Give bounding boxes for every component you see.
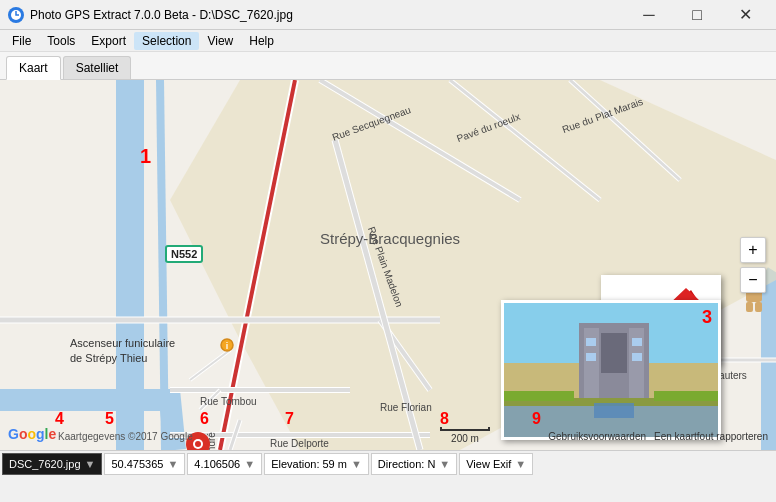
- map-label-1: 1: [140, 145, 151, 168]
- status-elevation[interactable]: Elevation: 59 m ▼: [264, 453, 369, 475]
- menu-tools[interactable]: Tools: [39, 32, 83, 50]
- svg-rect-43: [586, 338, 596, 346]
- tab-kaart[interactable]: Kaart: [6, 56, 61, 80]
- minimize-button[interactable]: ─: [626, 0, 672, 30]
- menu-help[interactable]: Help: [241, 32, 282, 50]
- latitude-dropdown-arrow: ▼: [167, 458, 178, 470]
- elevation-value: 59 m: [323, 458, 347, 470]
- map-copyright: Kaartgegevens ©2017 Google: [58, 431, 193, 442]
- map-container[interactable]: 1 Strépy-Bracquegnies N552 Rue Secquegne…: [0, 80, 776, 450]
- map-label-7: 7: [285, 410, 294, 428]
- svg-rect-44: [586, 353, 596, 361]
- scale-bar: 200 m: [440, 427, 490, 444]
- longitude-value: 4.106506: [194, 458, 240, 470]
- elevation-label: Elevation:: [271, 458, 319, 470]
- app-icon: [8, 7, 24, 23]
- map-label-8: 8: [440, 410, 449, 428]
- zoom-out-button[interactable]: −: [740, 267, 766, 293]
- map-report-error[interactable]: Een kaartfout rapporteren: [654, 431, 768, 442]
- tabbar: Kaart Satelliet: [0, 52, 776, 80]
- direction-label: Direction:: [378, 458, 424, 470]
- map-label-3: 3: [702, 307, 712, 328]
- titlebar-title: Photo GPS Extract 7.0.0 Beta - D:\DSC_76…: [30, 8, 293, 22]
- map-label-9: 9: [532, 410, 541, 428]
- svg-text:i: i: [226, 341, 229, 351]
- direction-value: N: [427, 458, 435, 470]
- svg-point-32: [195, 441, 201, 447]
- svg-rect-53: [746, 302, 753, 312]
- menu-file[interactable]: File: [4, 32, 39, 50]
- status-direction[interactable]: Direction: N ▼: [371, 453, 457, 475]
- titlebar-left: Photo GPS Extract 7.0.0 Beta - D:\DSC_76…: [8, 7, 293, 23]
- elevation-dropdown-arrow: ▼: [351, 458, 362, 470]
- status-filename[interactable]: DSC_7620.jpg ▼: [2, 453, 102, 475]
- ascenseur-label: Ascenseur funiculairede Strépy Thieu: [70, 336, 175, 367]
- titlebar: Photo GPS Extract 7.0.0 Beta - D:\DSC_76…: [0, 0, 776, 30]
- menu-export[interactable]: Export: [83, 32, 134, 50]
- status-longitude[interactable]: 4.106506 ▼: [187, 453, 262, 475]
- zoom-in-button[interactable]: +: [740, 237, 766, 263]
- menubar: File Tools Export Selection View Help: [0, 30, 776, 52]
- svg-rect-48: [504, 391, 574, 401]
- status-latitude[interactable]: 50.475365 ▼: [104, 453, 185, 475]
- map-label-4: 4: [55, 410, 64, 428]
- svg-rect-49: [654, 391, 721, 401]
- longitude-dropdown-arrow: ▼: [244, 458, 255, 470]
- filename-text: DSC_7620.jpg: [9, 458, 81, 470]
- filename-dropdown-arrow: ▼: [85, 458, 96, 470]
- svg-rect-42: [601, 333, 627, 373]
- tab-satelliet[interactable]: Satelliet: [63, 56, 132, 79]
- menu-view[interactable]: View: [199, 32, 241, 50]
- scale-label: 200 m: [451, 433, 479, 444]
- svg-rect-46: [632, 353, 642, 361]
- map-label-6: 6: [200, 410, 209, 428]
- poi-icon: i: [220, 338, 234, 355]
- svg-rect-50: [594, 403, 634, 418]
- zoom-controls: + −: [740, 237, 766, 293]
- direction-dropdown-arrow: ▼: [439, 458, 450, 470]
- menu-selection[interactable]: Selection: [134, 32, 199, 50]
- view-exif-text: View Exif: [466, 458, 511, 470]
- map-terms[interactable]: Gebruiksvoorwaarden: [548, 431, 646, 442]
- road-badge-n552: N552: [165, 245, 203, 263]
- titlebar-controls: ─ □ ✕: [626, 0, 768, 30]
- maximize-button[interactable]: □: [674, 0, 720, 30]
- svg-rect-45: [632, 338, 642, 346]
- latitude-value: 50.475365: [111, 458, 163, 470]
- google-logo: Google: [8, 426, 56, 442]
- svg-rect-54: [755, 302, 762, 312]
- view-exif-dropdown-arrow: ▼: [515, 458, 526, 470]
- map-label-5: 5: [105, 410, 114, 428]
- statusbar: DSC_7620.jpg ▼ 50.475365 ▼ 4.106506 ▼ El…: [0, 450, 776, 476]
- status-view-exif[interactable]: View Exif ▼: [459, 453, 533, 475]
- close-button[interactable]: ✕: [722, 0, 768, 30]
